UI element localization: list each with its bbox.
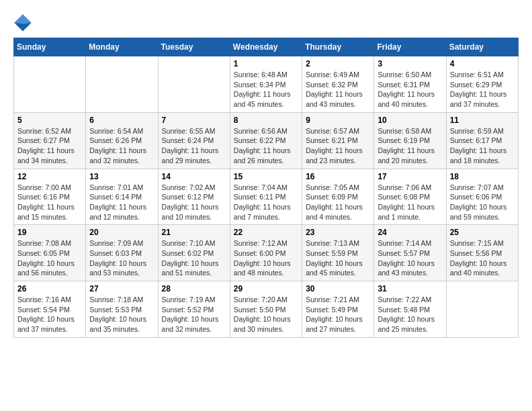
day-number: 12 [17,172,82,181]
calendar-day-6: 6Sunrise: 6:54 AM Sunset: 6:26 PM Daylig… [86,112,158,169]
generalblue-icon [13,13,32,32]
day-info: Sunrise: 7:01 AM Sunset: 6:14 PM Dayligh… [89,183,154,222]
calendar-empty-cell [446,281,518,338]
calendar-empty-cell [14,56,86,113]
day-number: 16 [306,172,370,181]
day-header-friday: Friday [374,38,446,56]
calendar-day-25: 25Sunrise: 7:15 AM Sunset: 5:56 PM Dayli… [446,225,518,281]
calendar-day-3: 3Sunrise: 6:50 AM Sunset: 6:31 PM Daylig… [374,56,446,113]
day-number: 9 [306,116,370,125]
day-info: Sunrise: 7:06 AM Sunset: 6:08 PM Dayligh… [378,183,442,222]
svg-marker-1 [14,14,31,24]
day-info: Sunrise: 6:49 AM Sunset: 6:32 PM Dayligh… [306,70,370,109]
day-number: 14 [162,172,226,181]
day-info: Sunrise: 6:50 AM Sunset: 6:31 PM Dayligh… [378,70,442,109]
day-number: 7 [162,116,226,125]
day-number: 20 [89,228,154,237]
day-info: Sunrise: 6:57 AM Sunset: 6:21 PM Dayligh… [306,126,370,166]
day-info: Sunrise: 7:09 AM Sunset: 6:03 PM Dayligh… [89,238,154,278]
day-info: Sunrise: 7:00 AM Sunset: 6:16 PM Dayligh… [17,183,82,222]
calendar-empty-cell [158,56,230,113]
day-info: Sunrise: 6:54 AM Sunset: 6:26 PM Dayligh… [89,126,154,166]
day-info: Sunrise: 7:13 AM Sunset: 5:59 PM Dayligh… [306,238,370,278]
day-info: Sunrise: 6:56 AM Sunset: 6:22 PM Dayligh… [234,126,298,166]
calendar-day-28: 28Sunrise: 7:19 AM Sunset: 5:52 PM Dayli… [158,281,230,338]
calendar-week-row: 19Sunrise: 7:08 AM Sunset: 6:05 PM Dayli… [14,225,519,281]
day-number: 3 [378,59,442,68]
day-number: 26 [17,284,82,293]
day-number: 8 [234,116,298,125]
logo [13,13,34,32]
day-number: 17 [378,172,442,181]
calendar-day-31: 31Sunrise: 7:22 AM Sunset: 5:48 PM Dayli… [374,281,446,338]
day-number: 18 [450,172,515,181]
day-info: Sunrise: 6:55 AM Sunset: 6:24 PM Dayligh… [162,126,226,166]
calendar-day-14: 14Sunrise: 7:02 AM Sunset: 6:12 PM Dayli… [158,169,230,225]
calendar-week-row: 26Sunrise: 7:16 AM Sunset: 5:54 PM Dayli… [14,281,519,338]
day-info: Sunrise: 7:10 AM Sunset: 6:02 PM Dayligh… [162,238,226,278]
day-number: 13 [89,172,154,181]
day-number: 24 [378,228,442,237]
day-info: Sunrise: 7:18 AM Sunset: 5:53 PM Dayligh… [89,295,154,334]
day-number: 25 [450,228,515,237]
day-info: Sunrise: 6:48 AM Sunset: 6:34 PM Dayligh… [234,70,298,109]
calendar-day-21: 21Sunrise: 7:10 AM Sunset: 6:02 PM Dayli… [158,225,230,281]
calendar-header-row: SundayMondayTuesdayWednesdayThursdayFrid… [14,38,519,56]
calendar-day-20: 20Sunrise: 7:09 AM Sunset: 6:03 PM Dayli… [86,225,158,281]
day-info: Sunrise: 7:08 AM Sunset: 6:05 PM Dayligh… [17,238,82,278]
day-number: 31 [378,284,442,293]
day-number: 29 [234,284,298,293]
day-info: Sunrise: 6:58 AM Sunset: 6:19 PM Dayligh… [378,126,442,166]
calendar-day-11: 11Sunrise: 6:59 AM Sunset: 6:17 PM Dayli… [446,112,518,169]
calendar-day-12: 12Sunrise: 7:00 AM Sunset: 6:16 PM Dayli… [14,169,86,225]
page-header [13,13,519,32]
calendar-day-13: 13Sunrise: 7:01 AM Sunset: 6:14 PM Dayli… [86,169,158,225]
calendar-day-1: 1Sunrise: 6:48 AM Sunset: 6:34 PM Daylig… [230,56,302,113]
calendar-day-27: 27Sunrise: 7:18 AM Sunset: 5:53 PM Dayli… [86,281,158,338]
day-info: Sunrise: 6:52 AM Sunset: 6:27 PM Dayligh… [17,126,82,166]
day-info: Sunrise: 7:12 AM Sunset: 6:00 PM Dayligh… [234,238,298,278]
calendar-day-30: 30Sunrise: 7:21 AM Sunset: 5:49 PM Dayli… [302,281,374,338]
day-info: Sunrise: 6:59 AM Sunset: 6:17 PM Dayligh… [450,126,515,166]
day-number: 15 [234,172,298,181]
day-number: 2 [306,59,370,68]
day-info: Sunrise: 6:51 AM Sunset: 6:29 PM Dayligh… [450,70,515,109]
calendar-week-row: 5Sunrise: 6:52 AM Sunset: 6:27 PM Daylig… [14,112,519,169]
calendar-day-10: 10Sunrise: 6:58 AM Sunset: 6:19 PM Dayli… [374,112,446,169]
calendar-day-19: 19Sunrise: 7:08 AM Sunset: 6:05 PM Dayli… [14,225,86,281]
day-number: 1 [234,59,298,68]
day-info: Sunrise: 7:21 AM Sunset: 5:49 PM Dayligh… [306,295,370,334]
day-number: 19 [17,228,82,237]
calendar-day-26: 26Sunrise: 7:16 AM Sunset: 5:54 PM Dayli… [14,281,86,338]
day-number: 6 [89,116,154,125]
day-header-saturday: Saturday [446,38,518,56]
day-header-thursday: Thursday [302,38,374,56]
day-header-wednesday: Wednesday [230,38,302,56]
day-info: Sunrise: 7:20 AM Sunset: 5:50 PM Dayligh… [234,295,298,334]
calendar-table: SundayMondayTuesdayWednesdayThursdayFrid… [13,38,519,338]
calendar-day-22: 22Sunrise: 7:12 AM Sunset: 6:00 PM Dayli… [230,225,302,281]
day-info: Sunrise: 7:02 AM Sunset: 6:12 PM Dayligh… [162,183,226,222]
calendar-day-5: 5Sunrise: 6:52 AM Sunset: 6:27 PM Daylig… [14,112,86,169]
calendar-day-16: 16Sunrise: 7:05 AM Sunset: 6:09 PM Dayli… [302,169,374,225]
calendar-day-15: 15Sunrise: 7:04 AM Sunset: 6:11 PM Dayli… [230,169,302,225]
day-info: Sunrise: 7:15 AM Sunset: 5:56 PM Dayligh… [450,238,515,278]
day-number: 28 [162,284,226,293]
day-header-monday: Monday [86,38,158,56]
calendar-day-7: 7Sunrise: 6:55 AM Sunset: 6:24 PM Daylig… [158,112,230,169]
day-info: Sunrise: 7:05 AM Sunset: 6:09 PM Dayligh… [306,183,370,222]
day-number: 23 [306,228,370,237]
calendar-day-9: 9Sunrise: 6:57 AM Sunset: 6:21 PM Daylig… [302,112,374,169]
calendar-day-8: 8Sunrise: 6:56 AM Sunset: 6:22 PM Daylig… [230,112,302,169]
calendar-day-29: 29Sunrise: 7:20 AM Sunset: 5:50 PM Dayli… [230,281,302,338]
day-number: 4 [450,59,515,68]
calendar-empty-cell [86,56,158,113]
day-number: 5 [17,116,82,125]
calendar-week-row: 12Sunrise: 7:00 AM Sunset: 6:16 PM Dayli… [14,169,519,225]
calendar-day-24: 24Sunrise: 7:14 AM Sunset: 5:57 PM Dayli… [374,225,446,281]
day-header-sunday: Sunday [14,38,86,56]
calendar-day-23: 23Sunrise: 7:13 AM Sunset: 5:59 PM Dayli… [302,225,374,281]
day-info: Sunrise: 7:16 AM Sunset: 5:54 PM Dayligh… [17,295,82,334]
day-info: Sunrise: 7:14 AM Sunset: 5:57 PM Dayligh… [378,238,442,278]
day-number: 27 [89,284,154,293]
